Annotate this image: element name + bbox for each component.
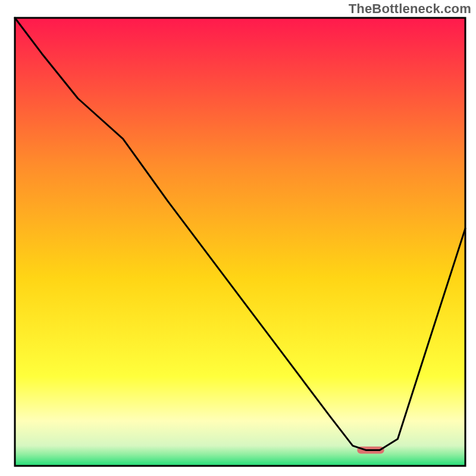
- bottleneck-chart: [0, 0, 476, 476]
- chart-container: TheBottleneck.com: [0, 0, 476, 476]
- plot-background: [15, 18, 465, 466]
- watermark-text: TheBottleneck.com: [349, 1, 471, 17]
